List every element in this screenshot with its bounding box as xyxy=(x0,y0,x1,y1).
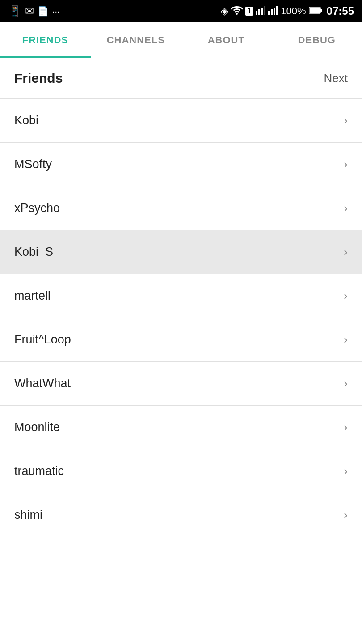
list-item[interactable]: Fruit^Loop› xyxy=(0,318,362,362)
battery-percent: 100% xyxy=(281,5,306,17)
friend-name: traumatic xyxy=(14,464,64,478)
list-item[interactable]: martell› xyxy=(0,274,362,318)
svg-rect-2 xyxy=(261,8,263,15)
svg-rect-5 xyxy=(271,9,273,15)
chevron-right-icon: › xyxy=(344,464,348,478)
tabs-bar: FRIENDS CHANNELS ABOUT DEBUG xyxy=(0,22,362,58)
signal1-icon xyxy=(256,5,265,17)
chevron-right-icon: › xyxy=(344,245,348,259)
friend-name: shimi xyxy=(14,508,42,522)
svg-rect-0 xyxy=(256,11,257,15)
page-title: Friends xyxy=(14,71,63,86)
list-item[interactable]: shimi› xyxy=(0,493,362,537)
list-item[interactable]: traumatic› xyxy=(0,449,362,493)
chevron-right-icon: › xyxy=(344,201,348,215)
tab-debug[interactable]: DEBUG xyxy=(272,22,362,58)
svg-rect-7 xyxy=(276,6,278,15)
list-item[interactable]: MSofty› xyxy=(0,143,362,186)
friend-name: MSofty xyxy=(14,157,52,171)
list-item[interactable]: Moonlite› xyxy=(0,406,362,449)
wifi-icon xyxy=(231,5,243,17)
friend-name: WhatWhat xyxy=(14,377,71,390)
tab-friends[interactable]: FRIENDS xyxy=(0,22,91,58)
sim-icon: 1 xyxy=(245,7,253,16)
list-item[interactable]: WhatWhat› xyxy=(0,362,362,406)
signal2-icon xyxy=(268,5,278,17)
svg-rect-4 xyxy=(268,11,270,15)
chevron-right-icon: › xyxy=(344,114,348,127)
chevron-right-icon: › xyxy=(344,157,348,171)
friend-name: Kobi xyxy=(14,114,38,127)
svg-rect-10 xyxy=(320,9,322,12)
svg-rect-9 xyxy=(309,8,320,13)
whatsapp-icon: 📱 xyxy=(8,5,21,17)
status-icons-left: 📱 ✉ 📄 ··· xyxy=(8,5,60,17)
time: 07:55 xyxy=(327,5,354,17)
svg-rect-6 xyxy=(274,8,275,15)
friend-name: Moonlite xyxy=(14,420,60,434)
chevron-right-icon: › xyxy=(344,377,348,390)
friend-name: Fruit^Loop xyxy=(14,333,71,347)
header-row: Friends Next xyxy=(0,58,362,99)
battery-icon xyxy=(309,5,322,17)
friend-name: Kobi_S xyxy=(14,245,53,259)
chevron-right-icon: › xyxy=(344,333,348,347)
friend-name: xPsycho xyxy=(14,201,60,215)
friends-list: Kobi›MSofty›xPsycho›Kobi_S›martell›Fruit… xyxy=(0,99,362,537)
svg-rect-1 xyxy=(258,9,260,15)
tab-channels[interactable]: CHANNELS xyxy=(91,22,181,58)
status-icons-right: ◈ 1 100% xyxy=(221,5,354,17)
chevron-right-icon: › xyxy=(344,508,348,522)
chevron-right-icon: › xyxy=(344,420,348,434)
svg-rect-3 xyxy=(264,6,265,15)
list-item[interactable]: Kobi_S› xyxy=(0,230,362,274)
location-icon: ◈ xyxy=(221,5,228,17)
doc-icon: 📄 xyxy=(38,6,49,17)
gmail-icon: ✉ xyxy=(25,5,34,17)
friend-name: martell xyxy=(14,289,51,303)
status-bar: 📱 ✉ 📄 ··· ◈ 1 1 xyxy=(0,0,362,22)
chevron-right-icon: › xyxy=(344,289,348,303)
list-item[interactable]: Kobi› xyxy=(0,99,362,143)
next-button[interactable]: Next xyxy=(324,72,348,85)
tab-about[interactable]: ABOUT xyxy=(181,22,272,58)
list-item[interactable]: xPsycho› xyxy=(0,186,362,230)
more-icon: ··· xyxy=(52,6,60,17)
